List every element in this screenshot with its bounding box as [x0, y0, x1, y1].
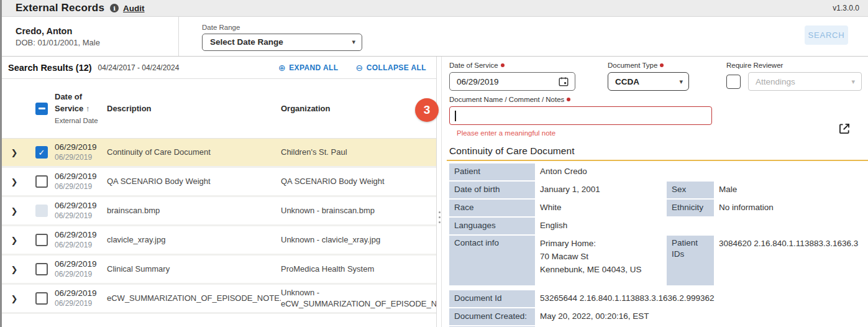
- notes-label: Document Name / Comment / Notes: [449, 96, 868, 103]
- row-description: Continuity of Care Document: [107, 147, 281, 158]
- date-range-value: Select Date Range: [210, 37, 283, 47]
- languages-value: English: [540, 218, 662, 234]
- race-value: White: [540, 200, 662, 216]
- row-dates: 06/29/2019 06/29/2019: [55, 259, 107, 279]
- notes-input[interactable]: [449, 106, 712, 125]
- open-in-new-icon[interactable]: [838, 122, 851, 135]
- date-range-group: Date Range Select Date Range ▾: [202, 22, 362, 51]
- row-organization: Unknown - clavicle_xray.jpg: [281, 234, 436, 246]
- reviewer-select[interactable]: Attendings ▾: [748, 72, 862, 91]
- column-date-of-service[interactable]: Date of Service ↑ External Date: [55, 91, 101, 125]
- select-all-checkbox[interactable]: [35, 103, 48, 115]
- row-organization: Children's St. Paul: [281, 147, 436, 158]
- row-external-date: 06/29/2019: [55, 299, 107, 309]
- row-date-of-service: 06/29/2019: [55, 229, 107, 241]
- chevron-down-icon: ▾: [851, 78, 855, 86]
- table-row[interactable]: ❯ 06/29/2019 06/29/2019 eCW_SUMMARIZATIO…: [2, 285, 436, 314]
- sex-value: Male: [719, 182, 868, 198]
- document-type-label: Document Type: [608, 62, 689, 69]
- row-expand-chevron-icon[interactable]: ❯: [2, 206, 27, 216]
- row-organization: Unknown - eCW_SUMMARIZATION_OF_EPISODE_N…: [281, 287, 436, 309]
- row-expand-chevron-icon[interactable]: ❯: [2, 236, 27, 245]
- calendar-icon[interactable]: [558, 76, 569, 87]
- date-of-service-value: 06/29/2019: [457, 77, 499, 86]
- collapse-all-label: COLLAPSE ALL: [367, 63, 426, 72]
- row-organization: Unknown - brainscan.bmp: [281, 205, 436, 216]
- patient-label: Patient: [449, 164, 535, 180]
- row-external-date: 06/29/2019: [55, 241, 107, 251]
- editor-fields-row: Date of Service 06/29/2019: [447, 62, 868, 91]
- row-checkbox[interactable]: [35, 205, 48, 217]
- row-checkbox[interactable]: [35, 234, 48, 246]
- race-label: Race: [449, 200, 535, 216]
- row-date-of-service: 06/29/2019: [55, 259, 107, 270]
- row-expand-chevron-icon[interactable]: ❯: [2, 265, 27, 274]
- dob-value: January 1, 2001: [540, 182, 662, 198]
- collapse-circle-icon: ⊖: [356, 63, 363, 73]
- row-dates: 06/29/2019 06/29/2019: [55, 288, 107, 308]
- sex-label: Sex: [667, 182, 714, 198]
- row-dates: 06/29/2019 06/29/2019: [55, 200, 107, 221]
- preview-title-rule: [447, 160, 868, 161]
- row-expand-chevron-icon[interactable]: ❯: [2, 294, 27, 303]
- row-checkbox[interactable]: [35, 263, 48, 275]
- row-expand-chevron-icon[interactable]: ❯: [2, 148, 27, 157]
- expand-all-button[interactable]: ⊕ EXPAND ALL: [278, 63, 338, 73]
- expand-all-label: EXPAND ALL: [289, 63, 338, 72]
- row-organization: QA SCENARIO Body Weight: [281, 176, 436, 187]
- document-type-select[interactable]: CCDA ▾: [608, 72, 689, 91]
- document-detail-panel: Date of Service 06/29/2019: [442, 57, 868, 327]
- document-id-label: Document Id: [449, 290, 535, 307]
- table-row[interactable]: ❯ 06/29/2019 06/29/2019 QA SCENARIO Body…: [2, 168, 436, 197]
- table-row[interactable]: ❯ 06/29/2019 06/29/2019 brainscan.bmp Un…: [2, 197, 436, 226]
- require-reviewer-group: Require Reviewer Attendings ▾: [726, 62, 862, 91]
- info-icon[interactable]: i: [110, 4, 119, 12]
- results-title: Search Results (12): [8, 63, 92, 73]
- row-description: eCW_SUMMARIZATION_OF_EPISODE_NOTE.txt: [107, 293, 281, 304]
- patient-info: Credo, Anton DOB: 01/01/2001, Male: [2, 17, 179, 56]
- require-reviewer-checkbox[interactable]: [726, 75, 741, 89]
- results-date-range: 04/24/2017 - 04/24/2024: [98, 63, 180, 72]
- row-description: Clinical Summary: [107, 264, 281, 275]
- reviewer-placeholder: Attendings: [756, 77, 795, 86]
- patient-bar: Credo, Anton DOB: 01/01/2001, Male Date …: [2, 17, 868, 57]
- contact-info-label: Contact info: [449, 236, 535, 285]
- search-results-panel: Search Results (12) 04/24/2017 - 04/24/2…: [2, 57, 437, 327]
- document-type-group: Document Type CCDA ▾: [608, 62, 689, 91]
- dob-label: Date of birth: [449, 182, 535, 198]
- table-row[interactable]: ❯ 06/29/2019 06/29/2019 clavicle_xray.jp…: [2, 226, 436, 256]
- chevron-down-icon: ▾: [679, 78, 683, 86]
- page-title: External Records: [16, 2, 104, 14]
- row-description: QA SCENARIO Body Weight: [107, 176, 281, 187]
- splitter-drag-handle-icon[interactable]: [437, 207, 442, 227]
- audit-link[interactable]: Audit: [123, 4, 145, 13]
- date-range-label: Date Range: [202, 24, 362, 31]
- panel-splitter[interactable]: [437, 57, 442, 327]
- row-checkbox[interactable]: ✓: [35, 146, 48, 159]
- search-button[interactable]: SEARCH: [805, 25, 848, 45]
- date-of-service-input[interactable]: 06/29/2019: [449, 72, 575, 91]
- collapse-all-button[interactable]: ⊖ COLLAPSE ALL: [356, 63, 427, 73]
- row-dates: 06/29/2019 06/29/2019: [55, 171, 107, 191]
- row-expand-chevron-icon[interactable]: ❯: [2, 177, 27, 187]
- required-dot-icon: [567, 98, 570, 101]
- expand-circle-icon: ⊕: [278, 63, 286, 73]
- row-external-date: 06/29/2019: [55, 270, 107, 280]
- row-external-date: 06/29/2019: [55, 182, 107, 192]
- sort-up-icon: ↑: [86, 104, 90, 113]
- date-of-service-group: Date of Service 06/29/2019: [449, 62, 575, 91]
- column-external-date: External Date: [55, 116, 101, 125]
- date-range-select[interactable]: Select Date Range ▾: [202, 34, 362, 51]
- chevron-down-icon: ▾: [352, 38, 355, 46]
- row-description: brainscan.bmp: [107, 205, 281, 216]
- row-checkbox[interactable]: [35, 292, 48, 305]
- row-checkbox[interactable]: [35, 175, 48, 188]
- table-row[interactable]: ❯ ✓ 06/29/2019 06/29/2019 Continuity of …: [2, 139, 436, 168]
- main-area: Search Results (12) 04/24/2017 - 04/24/2…: [2, 57, 868, 327]
- required-dot-icon: [501, 63, 505, 67]
- preview-document-title: Continuity of Care Document: [449, 145, 868, 157]
- row-date-of-service: 06/29/2019: [55, 171, 107, 182]
- results-table-header: Date of Service ↑ External Date Descript…: [2, 79, 436, 139]
- table-row[interactable]: ❯ 06/29/2019 06/29/2019 Clinical Summary…: [2, 256, 436, 285]
- row-organization: ProMedica Health System: [281, 264, 436, 275]
